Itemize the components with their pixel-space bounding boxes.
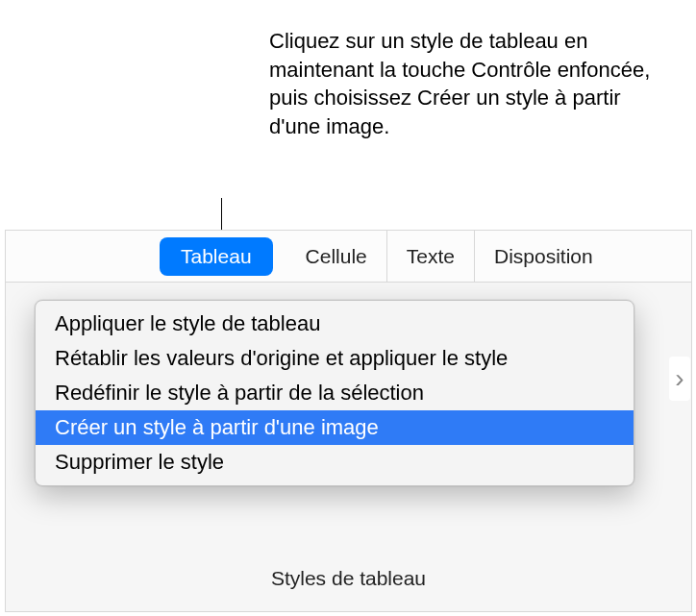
styles-section-label: Styles de tableau [6, 567, 691, 590]
menu-item-reset-apply[interactable]: Rétablir les valeurs d'origine et appliq… [36, 341, 634, 376]
menu-item-redefine-from-selection[interactable]: Redéfinir le style à partir de la sélect… [36, 376, 634, 410]
menu-item-apply-style[interactable]: Appliquer le style de tableau [36, 307, 634, 341]
callout-text: Cliquez sur un style de tableau en maint… [269, 27, 654, 141]
menu-item-delete-style[interactable]: Supprimer le style [36, 445, 634, 480]
context-menu: Appliquer le style de tableau Rétablir l… [35, 300, 634, 486]
menu-item-create-from-image[interactable]: Créer un style à partir d'une image [36, 410, 634, 445]
chevron-right-icon: › [675, 363, 684, 394]
styles-next-button[interactable]: › [669, 357, 690, 401]
tab-tableau[interactable]: Tableau [160, 237, 273, 276]
tab-bar: Tableau Cellule Texte Disposition [6, 231, 691, 283]
tab-disposition[interactable]: Disposition [475, 231, 612, 282]
tab-cellule[interactable]: Cellule [286, 231, 387, 282]
tab-texte[interactable]: Texte [387, 231, 475, 282]
